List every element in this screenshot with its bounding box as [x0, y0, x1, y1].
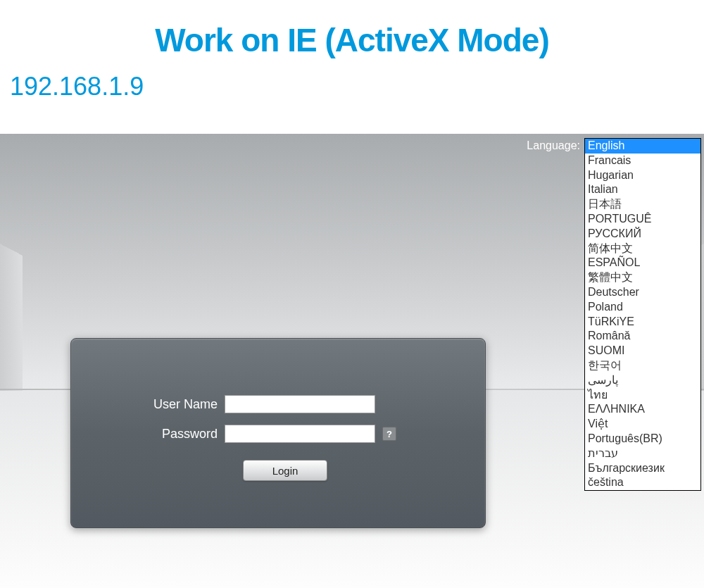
language-option[interactable]: Българскиезик: [585, 461, 700, 476]
username-input[interactable]: [225, 395, 375, 413]
language-option[interactable]: čeština: [585, 475, 700, 490]
language-option[interactable]: ไทย: [585, 388, 700, 403]
language-option[interactable]: Română: [585, 329, 700, 344]
language-option[interactable]: پارسی: [585, 373, 700, 388]
language-option[interactable]: 简体中文: [585, 242, 700, 256]
language-option[interactable]: РУССКИЙ: [585, 227, 700, 242]
language-option[interactable]: 日本語: [585, 197, 700, 212]
language-option[interactable]: Poland: [585, 300, 700, 315]
login-panel: User Name Password ? Login: [70, 338, 486, 528]
language-option[interactable]: TüRKiYE: [585, 315, 700, 330]
language-selector: Language: EnglishFrancaisHugarianItalian…: [527, 138, 701, 491]
username-label: User Name: [130, 397, 218, 412]
language-option[interactable]: ΕΛΛΗΝΙΚΑ: [585, 402, 700, 417]
language-option[interactable]: English: [585, 139, 700, 154]
ip-address: 192.168.1.9: [0, 59, 704, 101]
language-option[interactable]: Francais: [585, 154, 700, 168]
language-option[interactable]: ESPAÑOL: [585, 256, 700, 270]
language-option[interactable]: 한국어: [585, 358, 700, 373]
password-input[interactable]: [225, 425, 375, 443]
language-option[interactable]: 繁體中文: [585, 270, 700, 285]
password-row: Password ?: [71, 425, 485, 443]
password-label: Password: [130, 427, 218, 442]
page-title: Work on IE (ActiveX Mode): [0, 0, 704, 59]
language-option[interactable]: עברית: [585, 446, 700, 461]
language-option[interactable]: Hugarian: [585, 168, 700, 183]
language-option[interactable]: Português(BR): [585, 432, 700, 446]
username-row: User Name: [71, 395, 485, 413]
login-button-row: Login: [71, 460, 485, 481]
language-option[interactable]: Italian: [585, 182, 700, 197]
language-option[interactable]: Việt: [585, 417, 700, 432]
language-dropdown[interactable]: EnglishFrancaisHugarianItalian日本語PORTUGU…: [584, 138, 701, 491]
login-button[interactable]: Login: [243, 460, 327, 481]
language-option[interactable]: Deutscher: [585, 285, 700, 300]
language-label: Language:: [527, 139, 580, 152]
help-icon[interactable]: ?: [382, 427, 396, 441]
app-viewport: Language: EnglishFrancaisHugarianItalian…: [0, 134, 704, 588]
language-option[interactable]: PORTUGUÊ: [585, 212, 700, 227]
language-option[interactable]: SUOMI: [585, 344, 700, 358]
